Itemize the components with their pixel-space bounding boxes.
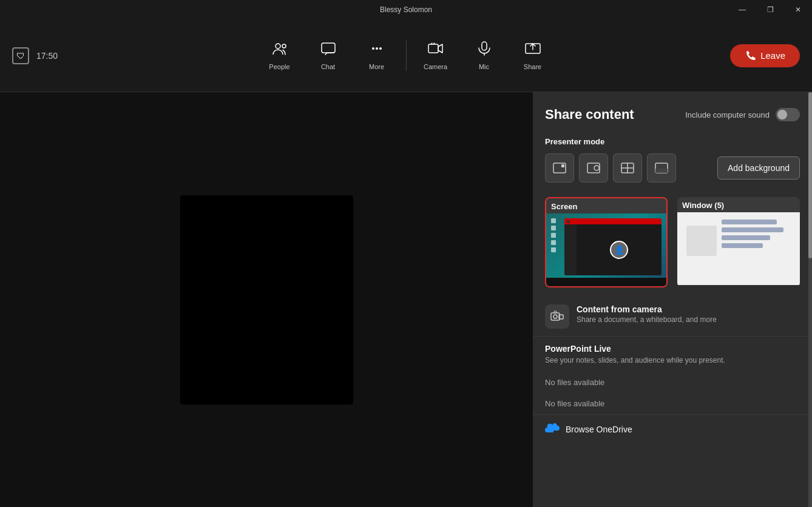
panel-title: Share content [545,107,634,123]
camera-from-camera-icon [545,304,569,329]
people-button[interactable]: Screen People [255,36,304,75]
more-icon [369,41,385,59]
svg-rect-9 [482,42,487,50]
preview-icon-dot [551,247,556,252]
svg-point-22 [553,315,557,318]
powerpoint-section: PowerPoint Live See your notes, slides, … [533,336,812,372]
share-button[interactable]: Share [509,36,557,75]
meeting-time: 17:50 [36,51,58,61]
svg-point-15 [594,166,599,170]
more-button[interactable]: More [353,36,401,75]
camera-button[interactable]: Camera [411,36,460,75]
preview-icon-dot [551,233,556,238]
toolbar-divider [406,41,407,71]
window-label: Window (5) [677,197,800,212]
window-preview-bg [677,212,800,285]
svg-rect-2 [322,43,335,53]
no-files-2: No files available [533,393,812,414]
leave-label: Leave [760,50,785,61]
screen-preview-bg: 👤 [546,213,666,286]
svg-rect-13 [561,164,564,167]
screen-window-preview: 👤 [564,218,661,275]
screen-preview: 👤 [546,213,666,286]
more-label-text: More [369,63,384,70]
chat-label-text: Chat [321,63,335,70]
powerpoint-title: PowerPoint Live [545,344,800,354]
minimize-button[interactable]: — [728,0,756,19]
screen-card[interactable]: Screen [545,197,668,287]
content-from-camera-title: Content from camera [577,304,717,314]
computer-sound-toggle[interactable] [776,108,800,121]
mic-button[interactable]: Mic [460,36,509,75]
shield-icon: 🛡 [12,47,29,64]
presenter-mode-label: Presenter mode [545,137,800,146]
share-label-text: Share [524,63,541,70]
window-line [722,227,783,232]
svg-rect-21 [551,313,560,320]
preview-icon-dot [551,240,556,245]
presenter-mode-3[interactable] [613,153,642,183]
content-from-camera-subtitle: Share a document, a whiteboard, and more [577,315,717,324]
camera-round-icon [550,311,564,323]
window-preview-lines [722,220,791,248]
leave-button[interactable]: Leave [730,44,800,67]
content-from-camera-text: Content from camera Share a document, a … [577,304,717,324]
powerpoint-subtitle: See your notes, slides, and audience whi… [545,356,800,364]
share-panel: Share content Include computer sound Pre… [533,92,812,507]
svg-rect-20 [655,169,668,173]
window-preview-img [686,226,717,256]
browse-onedrive-label: Browse OneDrive [566,425,632,434]
camera-label-text: Camera [424,63,447,70]
svg-point-0 [276,44,280,49]
window-card[interactable]: Window (5) [677,197,800,287]
window-line [722,220,777,224]
camera-icon [428,41,444,59]
preview-icon-dot [551,218,556,223]
computer-sound-row: Include computer sound [685,108,800,121]
presenter-section: Presenter mode [533,132,812,192]
presenter-mode-4[interactable] [647,153,676,183]
window-preview-container [686,220,791,278]
svg-point-4 [376,47,378,50]
add-background-button[interactable]: Add background [717,156,800,180]
window-line [722,243,763,248]
title-bar: Blessy Solomon — ❐ ✕ [0,0,812,19]
main-area: Share content Include computer sound Pre… [0,92,812,507]
svg-point-5 [379,47,382,50]
preview-icon-dot [551,226,556,230]
screen-preview-icons [551,218,563,252]
presenter-mode-1[interactable] [545,153,574,183]
people-label-text: People [269,63,289,70]
content-from-camera[interactable]: Content from camera Share a document, a … [533,297,812,336]
presenter-mode-2[interactable] [579,153,608,183]
svg-point-1 [282,44,286,48]
presenter-modes: Add background [545,153,800,183]
toolbar-left: 🛡 17:50 [12,47,58,64]
phone-icon [745,50,756,61]
no-files-1: No files available [533,372,812,393]
svg-rect-6 [428,44,438,53]
window-preview [677,212,800,285]
browse-onedrive[interactable]: Browse OneDrive [533,414,812,443]
video-placeholder [180,195,353,405]
maximize-button[interactable]: ❐ [756,0,784,19]
window-controls: — ❐ ✕ [728,0,812,19]
screen-label: Screen [546,198,666,213]
mic-label-text: Mic [479,63,489,70]
window-title: Blessy Solomon [380,5,432,14]
mic-icon [476,41,492,59]
close-button[interactable]: ✕ [784,0,812,19]
toolbar: 🛡 17:50 Screen People Chat [0,19,812,92]
scrollbar-track[interactable] [808,92,812,507]
window-line [722,235,770,240]
chat-button[interactable]: Chat [304,36,353,75]
content-grid: Screen [533,192,812,297]
screen-taskbar [546,278,666,286]
svg-rect-24 [554,311,557,313]
computer-sound-label: Include computer sound [685,110,770,119]
toolbar-center: Screen People Chat More [255,36,557,75]
scrollbar-thumb[interactable] [808,92,812,258]
share-icon [525,41,541,59]
video-area [0,92,533,507]
panel-header: Share content Include computer sound [533,92,812,132]
